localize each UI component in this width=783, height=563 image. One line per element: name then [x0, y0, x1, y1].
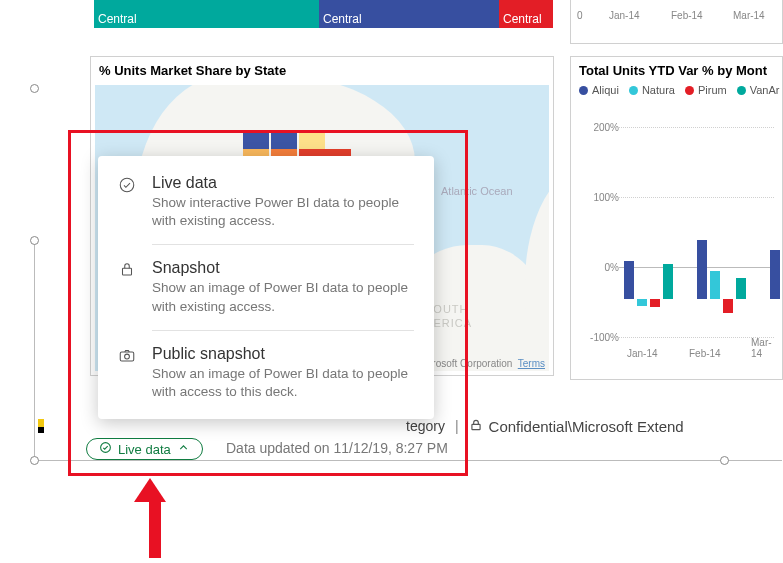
legend-item: Natura [629, 84, 675, 96]
menu-item-title: Snapshot [152, 259, 414, 277]
y-tick: 0% [605, 262, 619, 273]
menu-item-public-snapshot[interactable]: Public snapshot Show an image of Power B… [98, 330, 434, 415]
bar [650, 299, 660, 307]
powerbi-logo-icon [38, 419, 44, 433]
selection-handle[interactable] [720, 456, 729, 465]
legend-item: Pirum [685, 84, 727, 96]
bar [663, 264, 673, 299]
menu-item-desc: Show interactive Power BI data to people… [152, 194, 414, 230]
x-tick: Feb-14 [671, 10, 703, 21]
svg-point-2 [120, 178, 134, 192]
selection-handle[interactable] [30, 84, 39, 93]
bar-group [697, 240, 746, 340]
chart-title: Total Units YTD Var % by Mont [579, 63, 774, 78]
x-tick: Mar-14 [733, 10, 765, 21]
map-title: % Units Market Share by State [91, 57, 553, 84]
x-tick: Mar-14 [751, 337, 774, 359]
breadcrumb-fragment: tegory [406, 418, 445, 434]
mini-chart: 0 Jan-14 Feb-14 Mar-14 [570, 0, 783, 44]
y-tick: -100% [590, 332, 619, 343]
selection-handle[interactable] [30, 236, 39, 245]
segment-bar-red: Central [499, 0, 553, 28]
legend-dot-icon [737, 86, 746, 95]
menu-item-desc: Show an image of Power BI data to people… [152, 279, 414, 315]
menu-item-snapshot[interactable]: Snapshot Show an image of Power BI data … [98, 244, 434, 329]
divider: | [455, 418, 459, 434]
check-circle-icon [116, 174, 138, 230]
chart-plot: 200% 100% 0% -100% Jan-14 Feb-14 Mar-14 [579, 117, 774, 371]
menu-item-desc: Show an image of Power BI data to people… [152, 365, 414, 401]
legend-dot-icon [685, 86, 694, 95]
legend-item: Aliqui [579, 84, 619, 96]
svg-rect-3 [123, 269, 132, 276]
check-circle-icon [99, 441, 112, 457]
selection-edge [34, 460, 782, 461]
live-data-dropdown[interactable]: Live data [86, 438, 203, 460]
x-tick: Feb-14 [689, 348, 721, 359]
menu-item-title: Public snapshot [152, 345, 414, 363]
bar [637, 299, 647, 306]
segment-label: Central [503, 12, 542, 26]
svg-rect-4 [120, 352, 134, 361]
legend-dot-icon [629, 86, 638, 95]
data-mode-menu: Live data Show interactive Power BI data… [98, 156, 434, 419]
svg-point-1 [101, 443, 111, 453]
menu-item-title: Live data [152, 174, 414, 192]
bar-group [624, 261, 673, 340]
x-tick: Jan-14 [627, 348, 658, 359]
bar-group [770, 250, 783, 339]
lock-icon [469, 418, 483, 435]
camera-icon [116, 344, 138, 401]
svg-rect-0 [471, 424, 479, 429]
svg-point-5 [125, 354, 130, 359]
segment-bar-teal: Central [94, 0, 319, 28]
chart-card[interactable]: Total Units YTD Var % by Mont Aliqui Nat… [570, 56, 783, 380]
segment-label: Central [98, 12, 137, 26]
bar [770, 250, 780, 299]
map-label-ocean: Atlantic Ocean [441, 185, 513, 197]
lock-icon [116, 258, 138, 315]
data-updated-text: Data updated on 11/12/19, 8:27 PM [226, 440, 448, 456]
selection-edge [34, 240, 35, 460]
menu-item-live-data[interactable]: Live data Show interactive Power BI data… [98, 160, 434, 244]
annotation-arrow-icon [144, 478, 166, 558]
segment-bars: Central Central Central [94, 0, 553, 28]
bar [723, 299, 733, 313]
x-tick: Jan-14 [609, 10, 640, 21]
segment-bar-blue: Central [319, 0, 499, 28]
segment-label: Central [323, 12, 362, 26]
y-tick: 200% [593, 122, 619, 133]
live-data-label: Live data [118, 442, 171, 457]
axis-zero: 0 [577, 10, 583, 21]
bar [736, 278, 746, 299]
legend-item: VanAr [737, 84, 780, 96]
legend-dot-icon [579, 86, 588, 95]
chart-legend: Aliqui Natura Pirum VanAr [579, 84, 774, 96]
bar [697, 240, 707, 300]
sensitivity-label[interactable]: Confidential\Microsoft Extend [469, 418, 684, 435]
bar [710, 271, 720, 299]
canvas: Central Central Central 0 Jan-14 Feb-14 … [0, 0, 783, 563]
terms-link[interactable]: Terms [518, 358, 545, 369]
chevron-up-icon [177, 441, 190, 457]
selection-handle[interactable] [30, 456, 39, 465]
y-tick: 100% [593, 192, 619, 203]
bar [624, 261, 634, 300]
